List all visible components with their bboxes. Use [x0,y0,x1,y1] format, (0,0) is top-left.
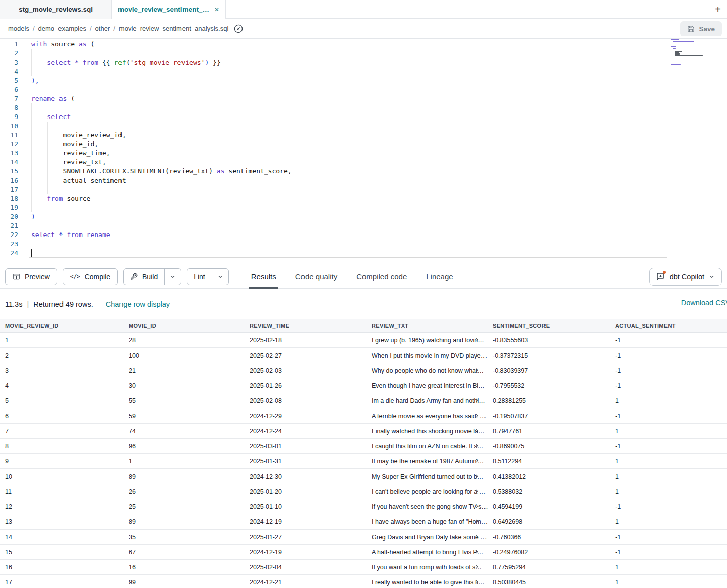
expand-review-icon[interactable] [474,383,479,388]
code-line[interactable]: 9 select [0,112,727,122]
column-header[interactable]: REVIEW_TXT [367,323,488,329]
code-line[interactable]: 15 SNOWFLAKE.CORTEX.SENTIMENT(review_txt… [0,167,727,176]
code-line[interactable]: 16 actual_sentiment [0,176,727,185]
tab-stg-movie-reviews[interactable]: stg_movie_reviews.sql [0,0,112,19]
expand-review-icon[interactable] [474,519,479,524]
expand-review-icon[interactable] [474,504,479,509]
table-cell: 1 [610,397,727,404]
table-cell: 30 [124,382,245,389]
table-cell: Finally watched this shocking movie la… [367,428,488,435]
table-cell: 28 [124,337,245,344]
column-header[interactable]: MOVIE_ID [124,323,245,329]
table-cell: 1 [610,428,727,435]
code-area[interactable]: 1with source as (23 select * from {{ ref… [0,39,727,258]
download-csv-link[interactable]: Download CSV [681,299,727,307]
code-line[interactable]: 14 review_txt, [0,158,727,167]
table-cell: -0.24976082 [488,549,610,556]
code-line[interactable]: 13 review_time, [0,149,727,158]
table-cell: -0.7955532 [488,382,610,389]
expand-review-icon[interactable] [474,443,479,448]
table-cell: 1 [124,458,245,465]
tab-code-quality[interactable]: Code quality [293,265,339,289]
minimap-line [673,60,678,61]
preview-button[interactable]: Preview [5,268,57,285]
table-row: 10892024-12-30My Super Ex Girlfriend tur… [0,469,727,484]
build-button[interactable]: Build [124,269,164,285]
save-button[interactable]: Save [680,21,722,36]
expand-review-icon[interactable] [474,458,479,463]
close-tab-icon[interactable]: ✕ [214,7,219,13]
code-line[interactable]: 20) [0,212,727,221]
code-line[interactable]: 23 [0,240,727,249]
code-line[interactable]: 6 [0,85,727,94]
sql-code-editor[interactable]: 1with source as (23 select * from {{ ref… [0,39,727,265]
rows-returned-text: Returned 49 rows. [33,300,93,308]
table-cell: A half-hearted attempt to bring Elvis P… [367,549,488,556]
minimap-line [671,67,704,68]
table-row: 7742024-12-24Finally watched this shocki… [0,424,727,439]
tab-compiled-code[interactable]: Compiled code [354,265,409,289]
code-line[interactable]: 10 [0,122,727,131]
tab-lineage[interactable]: Lineage [424,265,455,289]
breadcrumb-segment[interactable]: other [95,25,110,32]
code-line[interactable]: 12 movie_id, [0,140,727,149]
minimap-line [671,47,704,48]
build-dropdown-chevron[interactable] [164,269,181,285]
code-line[interactable]: 8 [0,103,727,112]
expand-review-icon[interactable] [474,368,479,373]
code-minimap[interactable] [671,39,704,68]
table-cell: 0.28381255 [488,397,610,404]
table-cell: 74 [124,428,245,435]
compile-button[interactable]: </> Compile [63,268,118,285]
code-line[interactable]: 2 [0,49,727,58]
code-line[interactable]: 19 [0,203,727,212]
code-line[interactable]: 18 from source [0,194,727,203]
code-line[interactable]: 3 select * from {{ ref('stg_movie_review… [0,58,727,67]
copilot-compass-icon[interactable] [233,24,244,34]
column-header[interactable]: REVIEW_TIME [245,323,367,329]
expand-review-icon[interactable] [474,474,479,479]
expand-review-icon[interactable] [474,413,479,418]
code-line[interactable]: 4 [0,67,727,76]
table-row: 1282025-02-18I grew up (b. 1965) watchin… [0,333,727,348]
table-row: 15672024-12-19A half-hearted attempt to … [0,545,727,560]
code-line[interactable]: 1with source as ( [0,40,727,49]
expand-review-icon[interactable] [474,549,479,554]
lint-dropdown-chevron[interactable] [212,269,228,285]
status-separator: | [27,300,29,308]
column-header[interactable]: ACTUAL_SENTIMENT [610,323,727,329]
expand-review-icon[interactable] [474,564,479,569]
breadcrumb-segment[interactable]: models [8,25,29,32]
table-cell: If you haven't seen the gong show TV s… [367,503,488,510]
code-line[interactable]: 11 movie_review_id, [0,131,727,140]
table-cell: 1 [610,579,727,586]
tab-results[interactable]: Results [249,265,278,289]
tab-label: movie_review_sentiment_… [118,6,209,13]
code-line[interactable]: 7rename as ( [0,94,727,103]
dbt-copilot-button[interactable]: dbt Copilot [649,268,722,286]
tab-movie-review-sentiment[interactable]: movie_review_sentiment_… ✕ [112,0,226,19]
expand-review-icon[interactable] [474,534,479,539]
line-number: 3 [0,58,18,67]
code-line[interactable]: 17 [0,185,727,194]
column-header[interactable]: SENTIMENT_SCORE [488,323,610,329]
tab-label: Code quality [295,272,337,281]
expand-review-icon[interactable] [474,352,479,358]
lint-button[interactable]: Lint [187,269,212,285]
expand-review-icon[interactable] [474,337,479,342]
line-number: 13 [0,149,18,158]
expand-review-icon[interactable] [474,398,479,403]
expand-review-icon[interactable] [474,428,479,433]
code-line[interactable]: 21 [0,221,727,230]
column-header[interactable]: MOVIE_REVIEW_ID [0,323,124,329]
table-cell: 5 [0,397,124,404]
code-line[interactable]: 5), [0,76,727,85]
table-cell: -1 [610,443,727,450]
new-tab-button[interactable]: + [712,4,723,15]
table-row: 21002025-02-27When I put this movie in m… [0,348,727,363]
code-line[interactable]: 22select * from rename [0,230,727,240]
expand-review-icon[interactable] [474,489,479,494]
breadcrumb-segment[interactable]: demo_examples [38,25,86,32]
change-row-display-link[interactable]: Change row display [106,300,170,308]
expand-review-icon[interactable] [474,579,479,584]
